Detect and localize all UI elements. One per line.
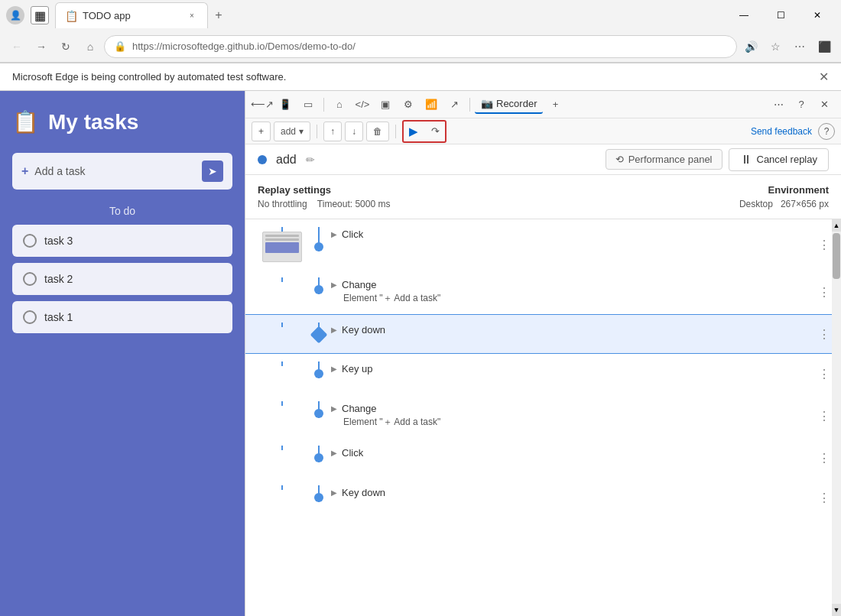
- send-feedback-link[interactable]: Send feedback: [751, 126, 812, 137]
- home-btn[interactable]: ⌂: [80, 36, 101, 57]
- settings-right: Environment Desktop 267×656 px: [739, 184, 829, 209]
- scroll-up-btn[interactable]: ▲: [832, 219, 841, 232]
- devtools-panel: ⟵↗ 📱 ▭ ⌂ </> ▣ ⚙ 📶 ↗ 📷 Recorder + ⋯ ? ✕: [245, 91, 841, 616]
- play-btn[interactable]: ▶: [404, 122, 424, 141]
- step-action[interactable]: ▶ Key down: [331, 324, 807, 336]
- application-btn[interactable]: ↗: [443, 94, 465, 115]
- task-item[interactable]: task 2: [12, 263, 232, 295]
- more-tools-btn[interactable]: ⋯: [789, 36, 810, 57]
- tab-title: TODO app: [83, 10, 181, 21]
- back-btn[interactable]: ←: [6, 36, 28, 57]
- console-btn[interactable]: </>: [352, 94, 373, 115]
- step-content: ▶ Change Element "＋ Add a task": [325, 277, 813, 306]
- step-forward-btn[interactable]: ↷: [425, 122, 445, 141]
- task-label-3: task 3: [44, 235, 73, 247]
- recorder-help-btn[interactable]: ?: [818, 123, 835, 140]
- step-action[interactable]: ▶ Change: [331, 403, 807, 414]
- forward-btn[interactable]: →: [31, 36, 52, 57]
- profile-avatar[interactable]: 👤: [6, 6, 24, 24]
- device-mode-btn[interactable]: 📱: [274, 94, 296, 115]
- step-action[interactable]: ▶ Change: [331, 279, 807, 290]
- resolution-value: 267×656 px: [781, 199, 829, 209]
- step-action[interactable]: ▶ Click: [331, 229, 807, 240]
- cancel-replay-btn[interactable]: ⏸ Cancel replay: [729, 148, 830, 171]
- step-row-highlighted[interactable]: ▶ Key down ⋮: [245, 314, 841, 354]
- step-row[interactable]: ▶ Key down ⋮: [245, 478, 841, 517]
- recorder-tab[interactable]: 📷 Recorder: [475, 95, 543, 114]
- minimize-btn[interactable]: —: [726, 4, 761, 27]
- maximize-btn[interactable]: ☐: [763, 4, 798, 27]
- step-action[interactable]: ▶ Key down: [331, 487, 807, 498]
- performance-panel-btn[interactable]: ⟲ Performance panel: [606, 149, 722, 170]
- recording-actions: ⟲ Performance panel ⏸ Cancel replay: [606, 148, 829, 171]
- step-row[interactable]: ▶ Click ⋮: [245, 219, 841, 270]
- step-content: ▶ Change Element "＋ Add a task": [325, 401, 813, 430]
- step-row[interactable]: ▶ Click ⋮: [245, 438, 841, 478]
- step-action-label: Change: [342, 279, 377, 290]
- step-expand-arrow: ▶: [331, 230, 337, 238]
- task-item[interactable]: task 3: [12, 225, 232, 257]
- devtools-help-btn[interactable]: ?: [791, 94, 812, 115]
- step-row[interactable]: ▶ Change Element "＋ Add a task" ⋮: [245, 394, 841, 438]
- move-down-btn[interactable]: ↓: [345, 122, 363, 141]
- step-action[interactable]: ▶ Key up: [331, 363, 807, 374]
- todo-app-icon: 📋: [12, 109, 39, 135]
- window-controls: — ☐ ✕: [726, 4, 835, 27]
- add-task-bar[interactable]: + Add a task ➤: [12, 153, 232, 190]
- step-action-label: Key down: [342, 487, 385, 498]
- devtools-more-btn[interactable]: ⋯: [768, 94, 789, 115]
- address-bar[interactable]: 🔒 https://microsoftedge.github.io/Demos/…: [104, 35, 737, 58]
- step-action-label: Key down: [342, 324, 385, 336]
- perf-icon: ⟲: [615, 154, 624, 165]
- step-detail: Element "＋ Add a task": [331, 416, 807, 429]
- step-row[interactable]: ▶ Key up ⋮: [245, 354, 841, 394]
- scrollbar-thumb[interactable]: [833, 233, 840, 279]
- step-content: ▶ Click: [325, 227, 813, 242]
- task-checkbox-2[interactable]: [23, 272, 37, 286]
- refresh-btn[interactable]: ↻: [55, 36, 76, 57]
- close-window-btn[interactable]: ✕: [800, 4, 835, 27]
- toggle-sidebar-btn[interactable]: ▭: [297, 94, 319, 115]
- step-detail: Element "＋ Add a task": [331, 292, 807, 305]
- move-up-btn[interactable]: ↑: [323, 122, 342, 141]
- recorder-add-btn[interactable]: +: [252, 122, 271, 141]
- scroll-down-btn[interactable]: ▼: [832, 604, 841, 616]
- step-row[interactable]: ▶ Change Element "＋ Add a task" ⋮: [245, 270, 841, 314]
- add-task-input[interactable]: Add a task: [34, 165, 202, 177]
- recording-header: add ✏ ⟲ Performance panel ⏸ Cancel repla…: [245, 144, 841, 175]
- tab-close-btn[interactable]: ×: [186, 10, 198, 22]
- inspect-btn[interactable]: ⟵↗: [252, 94, 273, 115]
- task-checkbox-1[interactable]: [23, 310, 37, 324]
- notification-close-btn[interactable]: ✕: [819, 70, 829, 84]
- add-tab-btn[interactable]: +: [544, 94, 566, 115]
- sidebar-toggle-btn[interactable]: ▦: [31, 6, 49, 24]
- network-btn[interactable]: ⚙: [398, 94, 419, 115]
- scrollbar-track[interactable]: ▲ ▼: [832, 219, 841, 616]
- favorites-btn[interactable]: ☆: [765, 36, 786, 57]
- step-action-label: Key up: [342, 363, 372, 374]
- todo-app-sidebar: 📋 My tasks + Add a task ➤ To do task 3 t…: [0, 91, 245, 616]
- delete-step-btn[interactable]: 🗑: [366, 122, 389, 141]
- new-tab-btn[interactable]: +: [208, 5, 229, 26]
- step-action[interactable]: ▶ Click: [331, 447, 807, 459]
- elements-btn[interactable]: ⌂: [329, 94, 350, 115]
- performance-btn[interactable]: 📶: [420, 94, 442, 115]
- add-task-submit-btn[interactable]: ➤: [202, 160, 223, 182]
- steps-list[interactable]: ▶ Click ⋮: [245, 219, 841, 616]
- task-checkbox-3[interactable]: [23, 234, 37, 248]
- devtools-close-btn[interactable]: ✕: [813, 94, 835, 115]
- extensions-btn[interactable]: ⬛: [813, 36, 835, 57]
- nav-right-buttons: 🔊 ☆ ⋯ ⬛: [740, 36, 835, 57]
- sources-btn[interactable]: ▣: [375, 94, 396, 115]
- active-tab[interactable]: 📋 TODO app ×: [55, 2, 208, 28]
- task-item[interactable]: task 1: [12, 301, 232, 333]
- dropdown-label: add: [281, 126, 296, 137]
- browser-chrome-left: 👤 ▦: [6, 6, 49, 24]
- replay-settings-title: Replay settings: [258, 184, 739, 196]
- read-aloud-btn[interactable]: 🔊: [740, 36, 761, 57]
- recorder-tab-label: Recorder: [496, 98, 537, 109]
- edit-recording-name-icon[interactable]: ✏: [306, 154, 315, 166]
- tab-icon: 📋: [65, 10, 78, 22]
- recorder-action-dropdown[interactable]: add ▾: [274, 122, 310, 141]
- recorder-add-icon: +: [258, 126, 264, 137]
